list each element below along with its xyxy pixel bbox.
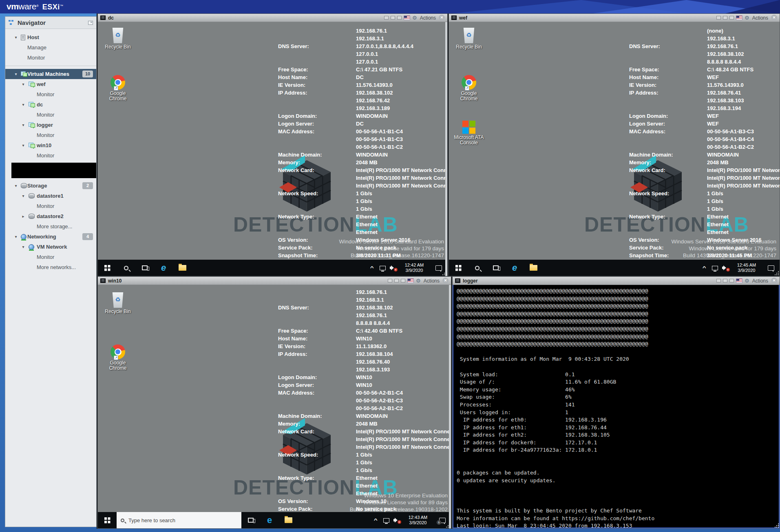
actions-button[interactable]: Actions [420,15,436,21]
sidebar-item-storage[interactable]: ▾Storage2 [5,181,96,191]
popout-icon[interactable] [388,279,392,283]
restore-icon[interactable] [394,279,399,283]
taskbar-button-ie[interactable]: e [154,260,173,276]
taskbar-button-task-view[interactable] [135,260,154,276]
taskbar-button-task-view[interactable] [486,260,505,276]
taskbar-button-search[interactable] [468,260,486,276]
network-tray-button[interactable] [709,260,720,276]
vm-window-titlebar[interactable]: wef ⚙ Actions ✕ [449,14,780,22]
vm-desktop[interactable]: Recycle Bin↗Google Chrome DETECTIONLAB W… [98,285,451,528]
volume-tray-button[interactable]: ✕ [720,260,731,276]
chevron-down-icon[interactable]: ▾ [13,35,18,40]
volume-tray-button[interactable]: ✕ [388,260,398,276]
taskbar-button-start[interactable] [98,260,117,276]
restore-icon[interactable] [723,279,727,283]
vm-desktop[interactable]: Recycle Bin↗Google Chrome DETECTIONLAB W… [98,22,447,276]
desktop-icon-google-chrome[interactable]: ↗Google Chrome [454,75,484,102]
taskbar-clock[interactable]: 12:43 AM3/9/2020 [402,515,434,525]
sidebar-item-monitor[interactable]: Monitor [5,53,96,63]
us-keyboard-flag-icon[interactable] [736,278,742,283]
sidebar-item-win10[interactable]: ▾win10 [5,140,96,150]
chevron-down-icon[interactable]: ▾ [21,82,26,86]
desktop-icon-google-chrome[interactable]: ↗Google Chrome [103,344,133,371]
sidebar-item-monitor[interactable]: Monitor [5,130,96,140]
chevron-right-icon[interactable]: ▸ [21,214,26,219]
desktop-icon-recycle-bin[interactable]: Recycle Bin [454,28,484,50]
close-icon[interactable]: ✕ [771,278,777,284]
maximize-icon[interactable] [729,279,734,283]
vm-window-titlebar[interactable]: dc ⚙ Actions ✕ [98,14,447,22]
sidebar-item-virtual-machines[interactable]: ▾Virtual Machines10 [5,69,96,79]
popout-icon[interactable] [716,16,721,20]
popout-icon[interactable] [716,279,721,283]
taskbar-clock[interactable]: 12:45 AM3/9/2020 [731,263,762,273]
sidebar-item-logger[interactable]: ▾logger [5,120,96,130]
gear-icon[interactable]: ⚙ [745,15,749,20]
taskbar-button-edge[interactable]: e [260,512,279,528]
maximize-icon[interactable] [401,279,405,283]
chevron-down-icon[interactable]: ▾ [21,245,26,249]
sidebar-item-networking[interactable]: ▾Networking4 [5,232,96,242]
hidden-icons-chevron[interactable]: ^ [367,260,377,276]
restore-icon[interactable] [391,16,395,20]
terminal-console[interactable]: @@@@@@@@@@@@@@@@@@@@@@@@@@@@@@@@@@@@@@@@… [453,285,780,528]
us-keyboard-flag-icon[interactable] [736,15,742,20]
chevron-down-icon[interactable]: ▾ [21,143,26,148]
chevron-down-icon[interactable]: ▾ [21,102,26,107]
taskbar-button-start[interactable] [98,512,117,528]
vm-window-titlebar[interactable]: logger ⚙ Actions ✕ [453,277,780,285]
taskbar-search-input[interactable]: Type here to search [117,512,241,528]
maximize-icon[interactable] [397,16,402,20]
taskbar-button-search[interactable] [117,260,135,276]
gear-icon[interactable]: ⚙ [416,278,421,283]
chevron-down-icon[interactable]: ▾ [21,123,26,127]
gear-icon[interactable]: ⚙ [412,15,417,20]
sidebar-item-host[interactable]: ▾Host [5,32,96,42]
sidebar-item-dc[interactable]: ▾dc [5,99,96,110]
actions-button[interactable]: Actions [752,15,768,21]
gear-icon[interactable]: ⚙ [745,278,749,283]
desktop-icon-microsoft-ata-console[interactable]: Microsoft ATA Console [454,121,484,146]
vm-window-titlebar[interactable]: win10 ⚙ Actions ✕ [98,277,451,285]
maximize-icon[interactable] [729,16,734,20]
sidebar-item-datastore2[interactable]: ▸datastore2 [5,211,96,221]
taskbar-button-start[interactable] [449,260,468,276]
desktop-icon-recycle-bin[interactable]: Recycle Bin [103,28,133,50]
restore-icon[interactable] [723,16,727,20]
sidebar-item-monitor[interactable]: Monitor [5,89,96,99]
taskbar-button-file-explorer[interactable] [173,260,192,276]
taskbar-button-ie[interactable]: e [505,260,524,276]
sidebar-item-wef[interactable]: ▾wef [5,79,96,89]
scrollbar[interactable] [449,285,451,528]
desktop-icon-google-chrome[interactable]: ↗Google Chrome [103,75,133,102]
hidden-icons-chevron[interactable]: ^ [699,260,709,276]
sidebar-item-monitor[interactable]: Monitor [5,252,96,262]
sidebar-item-more-storage-[interactable]: More storage... [5,221,96,232]
actions-button[interactable]: Actions [424,278,440,284]
close-icon[interactable]: ✕ [439,15,445,21]
desktop-icon-recycle-bin[interactable]: Recycle Bin [103,292,133,314]
chevron-down-icon[interactable]: ▾ [13,72,18,76]
us-keyboard-flag-icon[interactable] [407,278,414,283]
close-icon[interactable]: ✕ [442,278,449,284]
chevron-down-icon[interactable]: ▾ [13,234,18,239]
actions-button[interactable]: Actions [752,278,768,284]
taskbar-clock[interactable]: 12:42 AM3/9/2020 [398,263,430,273]
sidebar-item-more-networks-[interactable]: More networks... [5,262,96,272]
chevron-down-icon[interactable]: ▾ [21,194,26,198]
vm-desktop[interactable]: Recycle Bin↗Google ChromeMicrosoft ATA C… [449,22,780,276]
close-icon[interactable]: ✕ [771,15,777,21]
sidebar-item-monitor[interactable]: Monitor [5,201,96,211]
volume-tray-button[interactable]: ✕ [391,512,402,528]
panel-pin-icon[interactable] [88,21,93,25]
sidebar-item-datastore1[interactable]: ▾datastore1 [5,191,96,201]
scrollbar[interactable] [445,22,447,276]
sidebar-item-vm-network[interactable]: ▾VM Network [5,242,96,252]
hidden-icons-chevron[interactable]: ^ [370,512,381,528]
network-tray-button[interactable] [377,260,388,276]
chevron-down-icon[interactable]: ▾ [13,183,18,188]
taskbar-button-file-explorer[interactable] [279,512,298,528]
sidebar-item-manage[interactable]: Manage [5,42,96,53]
taskbar-button-task-view[interactable] [241,512,260,528]
popout-icon[interactable] [384,16,389,20]
